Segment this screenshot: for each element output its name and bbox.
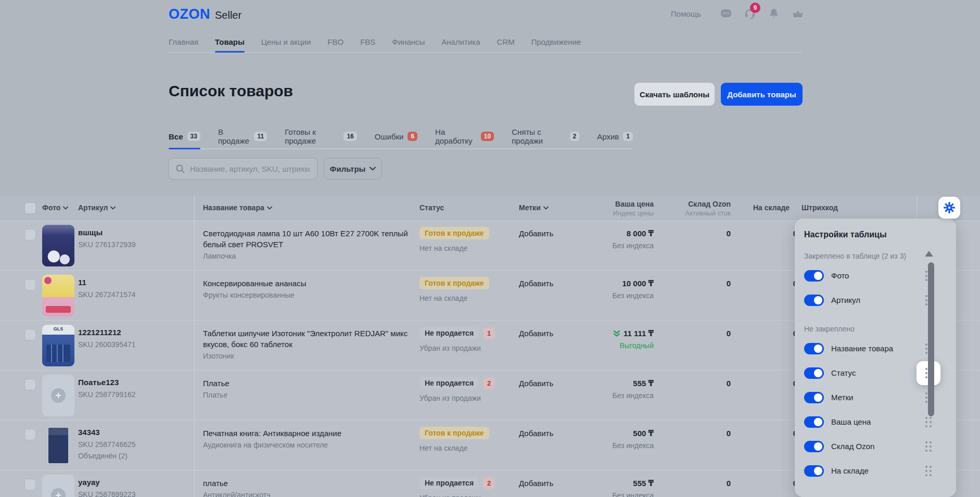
toggle-switch[interactable] <box>804 416 824 428</box>
chat-icon[interactable] <box>720 7 732 20</box>
toggle-switch[interactable] <box>804 441 824 452</box>
row-checkbox[interactable] <box>24 279 36 290</box>
product-name[interactable]: Консервированные ананасы <box>203 278 411 289</box>
product-photo-placeholder[interactable]: + <box>42 475 74 497</box>
row-checkbox[interactable] <box>24 479 36 490</box>
nav-item-analitika[interactable]: Аналитика <box>441 31 480 52</box>
drag-handle-icon[interactable] <box>925 441 932 452</box>
bell-icon[interactable] <box>768 7 780 20</box>
nav-item-crm[interactable]: CRM <box>497 31 515 52</box>
merged-label[interactable]: Объединён (2) <box>78 452 190 460</box>
product-photo[interactable] <box>42 225 74 266</box>
drag-handle-icon[interactable] <box>925 465 932 477</box>
price: 8 000 ₸ <box>627 229 654 238</box>
select-all-checkbox[interactable] <box>24 202 36 214</box>
status-error-count[interactable]: 1 <box>483 327 495 339</box>
col-labels[interactable]: Метки <box>519 203 549 212</box>
status-error-count[interactable]: 2 <box>483 477 495 489</box>
product-name[interactable]: платье <box>203 478 411 489</box>
article[interactable]: вшщы <box>78 228 190 237</box>
article[interactable]: 11 <box>78 278 190 287</box>
add-photo-icon[interactable]: + <box>51 488 66 497</box>
row-checkbox[interactable] <box>24 429 36 440</box>
row-checkbox[interactable] <box>24 379 36 390</box>
price-index: Без индекса <box>557 491 654 497</box>
product-name[interactable]: Печатная книга: Антикварное издание <box>203 428 411 439</box>
table-header: Фото Артикул Название товара Статус Метк… <box>0 196 980 221</box>
tab-gotovy-k-prodazhe[interactable]: Готовы к продаже 16 <box>285 128 357 148</box>
toggle-switch[interactable] <box>804 367 824 379</box>
nav-item-tseny-i-aktsii[interactable]: Цены и акции <box>261 31 311 52</box>
nav-item-glavnaya[interactable]: Главная <box>169 31 198 52</box>
col-article[interactable]: Артикул <box>78 203 116 212</box>
nav-item-fbo[interactable]: FBO <box>327 31 343 52</box>
product-name[interactable]: Таблетки шипучие Изотоник "Электролит RE… <box>203 328 411 350</box>
ozon-stock-value: 0 <box>677 379 731 388</box>
drag-handle-icon[interactable] <box>925 416 932 428</box>
tab-snyaty-s-prodazhi[interactable]: Сняты с продажи 2 <box>512 128 579 148</box>
status-error-count[interactable]: 2 <box>483 377 495 389</box>
help-link[interactable]: Помощь <box>671 9 701 18</box>
tab-oshibki[interactable]: Ошибки 6 <box>375 128 417 148</box>
product-category: Аудиокнига на физическом носителе <box>203 441 411 449</box>
add-label-link[interactable]: Добавить <box>519 279 553 288</box>
search-box <box>169 158 317 180</box>
product-name[interactable]: Платье <box>203 378 411 389</box>
toggle-switch[interactable] <box>804 270 824 282</box>
product-photo[interactable] <box>42 425 74 466</box>
add-label-link[interactable]: Добавить <box>519 479 553 488</box>
column-toggle-row-labels: Метки <box>804 385 947 410</box>
sort-chevron-icon <box>63 206 68 210</box>
add-products-button[interactable]: Добавить товары <box>721 83 803 106</box>
row-checkbox[interactable] <box>24 229 36 240</box>
add-label-link[interactable]: Добавить <box>519 329 553 338</box>
tab-arkhiv[interactable]: Архив 1 <box>597 128 633 148</box>
col-name[interactable]: Название товара <box>203 203 272 212</box>
price-drop-icon <box>613 330 620 337</box>
status-sub: Убран из продажи <box>419 344 518 352</box>
product-photo-placeholder[interactable]: + <box>42 375 74 416</box>
nav-item-prodvizhenie[interactable]: Продвижение <box>531 31 581 52</box>
sku: SKU 2587799162 <box>78 390 190 399</box>
search-input[interactable] <box>189 164 311 174</box>
article[interactable]: yayay <box>78 478 190 487</box>
add-label-link[interactable]: Добавить <box>519 229 553 238</box>
scrollbar-thumb[interactable] <box>928 262 934 416</box>
toggle-switch[interactable] <box>804 465 824 477</box>
scroll-up-arrow[interactable] <box>925 251 933 257</box>
product-name[interactable]: Светодиодная лампа 10 шт A60 10Вт E27 27… <box>203 228 411 250</box>
article[interactable]: 34343 <box>78 428 190 437</box>
filters-button[interactable]: Фильтры <box>324 158 382 180</box>
toggle-switch[interactable] <box>804 392 824 403</box>
tab-na-dorabotku[interactable]: На доработку 10 <box>435 128 494 148</box>
tab-label: Архив <box>597 132 619 141</box>
nav-item-tovary[interactable]: Товары <box>215 31 245 52</box>
status-badge: Готов к продаже <box>419 227 489 239</box>
price-index: Без индекса <box>557 441 654 450</box>
tab-vse[interactable]: Все 33 <box>169 128 200 148</box>
ozon-seller-logo[interactable]: OZON Seller <box>169 6 241 22</box>
premium-crown-icon[interactable] <box>792 7 804 20</box>
product-category: Антиклей/антискотч <box>203 491 411 497</box>
article[interactable]: Поатье123 <box>78 378 190 387</box>
product-photo[interactable] <box>42 275 74 316</box>
toggle-switch[interactable] <box>804 295 824 306</box>
add-photo-icon[interactable]: + <box>51 388 66 403</box>
column-label: Метки <box>831 393 853 402</box>
product-photo[interactable] <box>42 325 74 366</box>
add-label-link[interactable]: Добавить <box>519 379 553 388</box>
column-label: Фото <box>831 271 849 280</box>
support-icon[interactable]: 9 <box>744 7 756 20</box>
nav-item-finansy[interactable]: Финансы <box>392 31 425 52</box>
article[interactable]: 1221211212 <box>78 328 190 337</box>
nav-item-fbs[interactable]: FBS <box>360 31 375 52</box>
download-templates-button[interactable]: Скачать шаблоны <box>634 83 715 106</box>
tab-v-prodazhe[interactable]: В продаже 11 <box>218 128 267 148</box>
tab-count-error: 6 <box>408 132 417 141</box>
toggle-switch[interactable] <box>804 343 824 354</box>
add-label-link[interactable]: Добавить <box>519 429 553 438</box>
row-checkbox[interactable] <box>24 329 36 340</box>
col-photo[interactable]: Фото <box>42 203 68 212</box>
column-toggle-row-article: Артикул <box>804 288 947 312</box>
table-settings-button[interactable] <box>938 197 960 219</box>
